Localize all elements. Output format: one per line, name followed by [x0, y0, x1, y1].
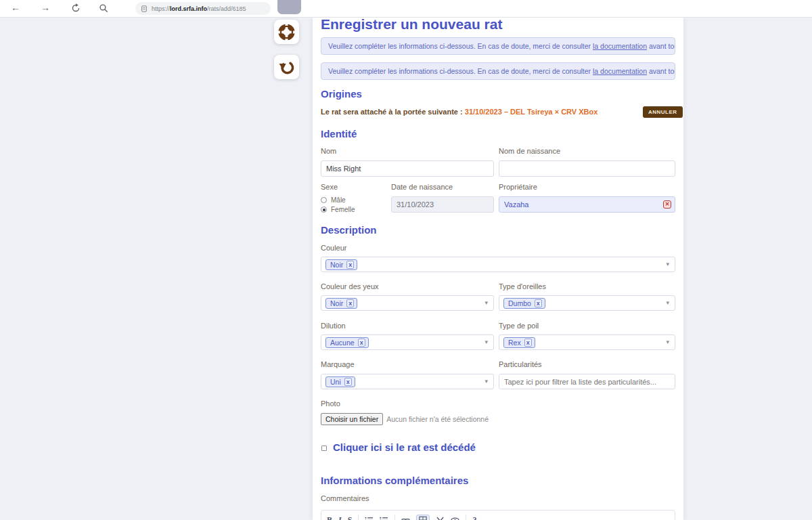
- deceased-label[interactable]: Cliquer ici si le rat est décédé: [333, 441, 476, 453]
- ordered-list-icon[interactable]: [380, 515, 388, 520]
- couleur-yeux-select[interactable]: Noirx ▾: [321, 295, 494, 311]
- radio-femelle-label[interactable]: Femelle: [331, 206, 355, 213]
- litter-link[interactable]: 31/10/2023 – DEL Tsireya × CRV XBox: [465, 108, 598, 116]
- nom-input[interactable]: [321, 160, 494, 177]
- section-identite: Identité: [321, 128, 357, 139]
- chevron-down-icon[interactable]: ▾: [666, 339, 669, 345]
- proprietaire-label: Propriétaire: [499, 183, 537, 191]
- particularites-input[interactable]: [499, 374, 675, 389]
- nom-naissance-input[interactable]: [499, 160, 675, 177]
- litter-info: Le rat sera attaché à la portée suivante…: [321, 108, 597, 116]
- table-icon[interactable]: [416, 515, 430, 520]
- radio-male[interactable]: Mâle: [321, 196, 346, 204]
- commentaires-editor-toolbar: B I S ?: [321, 510, 675, 520]
- page-title: Enregistrer un nouveau rat: [321, 16, 502, 32]
- url-text[interactable]: https://lord.srfa.info/rats/add/6185: [152, 5, 246, 12]
- section-origines: Origines: [321, 88, 362, 100]
- browser-search-icon[interactable]: [99, 3, 108, 13]
- preview-eye-icon[interactable]: [451, 515, 459, 520]
- date-naissance-label: Date de naissance: [391, 183, 453, 191]
- link-icon[interactable]: [401, 515, 410, 520]
- strikethrough-icon[interactable]: S: [348, 515, 353, 520]
- info-banner: Veuillez compléter les informations ci-d…: [321, 37, 675, 55]
- photo-label: Photo: [321, 399, 340, 408]
- bold-icon[interactable]: B: [327, 515, 332, 520]
- tag-dilution: Aucunex: [325, 337, 369, 348]
- deceased-checkbox-row[interactable]: Cliquer ici si le rat est décédé: [321, 441, 476, 453]
- marquage-label: Marquage: [321, 360, 355, 368]
- nom-naissance-label: Nom de naissance: [499, 147, 560, 155]
- browser-back-icon[interactable]: ←: [11, 2, 20, 13]
- remove-tag-icon[interactable]: x: [344, 378, 352, 386]
- marquage-select[interactable]: Unix ▾: [321, 374, 494, 389]
- radio-male-label[interactable]: Mâle: [331, 196, 346, 204]
- choose-file-button[interactable]: Choisir un fichier: [321, 413, 383, 425]
- remove-tag-icon[interactable]: x: [358, 339, 365, 347]
- commentaires-label: Commentaires: [321, 494, 369, 502]
- address-bar[interactable]: https://lord.srfa.info/rats/add/6185: [135, 2, 271, 15]
- toolbar-separator: [466, 515, 466, 520]
- file-status: Aucun fichier n'a été sélectionné: [386, 415, 489, 423]
- lifebuoy-icon: [278, 24, 295, 41]
- photo-file-input: Choisir un fichierAucun fichier n'a été …: [321, 412, 489, 425]
- proprietaire-input[interactable]: [499, 196, 675, 213]
- particularites-label: Particularités: [499, 360, 542, 368]
- toolbar-separator: [358, 515, 359, 520]
- radio-femelle-circle[interactable]: [321, 207, 327, 213]
- chevron-down-icon[interactable]: ▾: [666, 261, 669, 267]
- documentation-link[interactable]: la documentation: [593, 42, 647, 50]
- type-poil-select[interactable]: Rexx ▾: [499, 334, 675, 350]
- chevron-down-icon[interactable]: ▾: [484, 378, 488, 385]
- toolbar-separator: [394, 515, 395, 520]
- browser-reload-icon[interactable]: [71, 3, 81, 13]
- remove-tag-icon[interactable]: x: [346, 299, 354, 307]
- info-banner: Veuillez compléter les informations ci-d…: [321, 62, 675, 80]
- tag-oreilles: Dumbox: [503, 298, 545, 309]
- couleur-label: Couleur: [321, 244, 347, 252]
- chevron-down-icon[interactable]: ▾: [484, 299, 488, 306]
- nom-label: Nom: [321, 147, 336, 155]
- type-poil-label: Type de poil: [499, 322, 539, 330]
- undo-arrow-icon: [278, 59, 295, 76]
- browser-toolbar: ← → https://lord.srfa.info/rats/add/6185: [0, 0, 812, 18]
- italic-icon[interactable]: I: [338, 515, 342, 520]
- deceased-checkbox[interactable]: [321, 446, 327, 451]
- help-button[interactable]: [274, 20, 299, 44]
- couleur-yeux-label: Couleur des yeux: [321, 282, 379, 290]
- radio-femelle[interactable]: Femelle: [321, 206, 355, 213]
- litter-label: Le rat sera attaché à la portée suivante…: [321, 108, 463, 116]
- chevron-down-icon[interactable]: ▾: [666, 299, 669, 306]
- tag-marquage: Unix: [325, 376, 355, 387]
- browser-forward-icon[interactable]: →: [41, 2, 50, 13]
- documentation-link[interactable]: la documentation: [593, 67, 647, 75]
- tag-couleur: Noirx: [325, 259, 357, 270]
- type-oreilles-label: Type d'oreilles: [499, 282, 546, 290]
- go-back-button[interactable]: [274, 55, 299, 79]
- tag-yeux: Noirx: [325, 298, 357, 309]
- dilution-select[interactable]: Aucunex ▾: [321, 334, 494, 350]
- remove-owner-icon[interactable]: ✕: [663, 200, 671, 209]
- radio-male-circle[interactable]: [321, 197, 327, 203]
- remove-tag-icon[interactable]: x: [535, 299, 542, 307]
- unordered-list-icon[interactable]: [365, 515, 374, 520]
- remove-tag-icon[interactable]: x: [524, 339, 532, 347]
- type-oreilles-select[interactable]: Dumbox ▾: [499, 295, 675, 311]
- couleur-select[interactable]: Noirx ▾: [321, 257, 675, 272]
- section-description: Description: [321, 224, 377, 236]
- chevron-down-icon[interactable]: ▾: [484, 339, 488, 345]
- tag-poil: Rexx: [503, 337, 535, 348]
- proprietaire-field: ✕: [499, 196, 675, 213]
- annuler-button[interactable]: ANNULER: [643, 106, 683, 118]
- sexe-label: Sexe: [321, 183, 338, 191]
- partial-overlay-button[interactable]: [277, 0, 301, 14]
- guide-icon[interactable]: ?: [472, 515, 476, 520]
- side-by-side-icon[interactable]: [436, 515, 445, 520]
- remove-tag-icon[interactable]: x: [346, 261, 354, 269]
- date-naissance-input[interactable]: [391, 196, 494, 213]
- dilution-label: Dilution: [321, 322, 346, 330]
- page-info-icon[interactable]: [141, 5, 148, 12]
- section-informations-complementaires: Informations complémentaires: [321, 475, 468, 486]
